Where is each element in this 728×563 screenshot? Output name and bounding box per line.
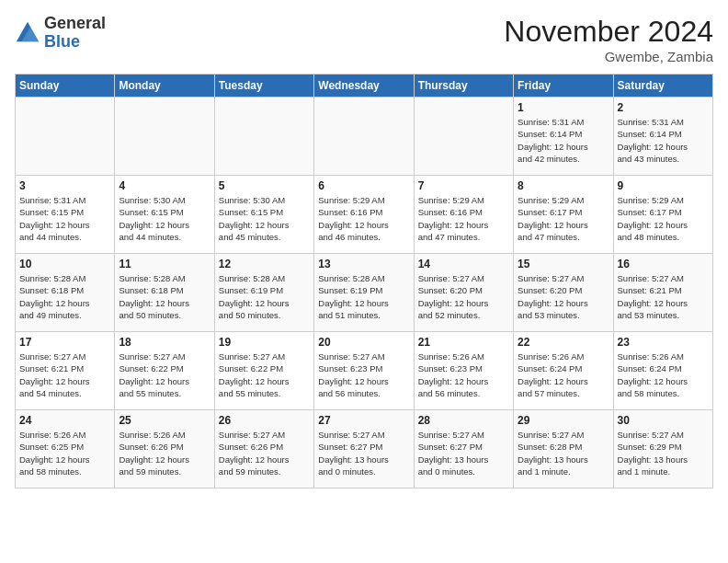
day-info: Sunrise: 5:31 AMSunset: 6:14 PMDaylight:… [518,116,609,165]
calendar-cell: 8Sunrise: 5:29 AMSunset: 6:17 PMDaylight… [514,176,613,254]
day-number: 18 [119,336,210,349]
day-info: Sunrise: 5:29 AMSunset: 6:17 PMDaylight:… [618,194,709,243]
day-number: 25 [119,414,210,427]
day-info: Sunrise: 5:27 AMSunset: 6:29 PMDaylight:… [618,429,709,477]
calendar-header: SundayMondayTuesdayWednesdayThursdayFrid… [16,75,713,98]
day-number: 3 [19,179,110,192]
day-info: Sunrise: 5:27 AMSunset: 6:21 PMDaylight:… [19,350,110,399]
calendar-cell: 15Sunrise: 5:27 AMSunset: 6:20 PMDayligh… [514,254,613,332]
calendar-cell [314,98,414,176]
calendar-cell: 12Sunrise: 5:28 AMSunset: 6:19 PMDayligh… [214,254,313,332]
calendar-week-5: 24Sunrise: 5:26 AMSunset: 6:25 PMDayligh… [16,410,713,488]
calendar-cell: 13Sunrise: 5:28 AMSunset: 6:19 PMDayligh… [314,254,414,332]
calendar-cell [16,98,115,176]
calendar-title: November 2024 [504,15,713,49]
calendar-cell: 23Sunrise: 5:26 AMSunset: 6:24 PMDayligh… [613,332,712,410]
day-number: 5 [219,179,310,192]
calendar-cell: 2Sunrise: 5:31 AMSunset: 6:14 PMDaylight… [613,98,712,176]
day-info: Sunrise: 5:28 AMSunset: 6:19 PMDaylight:… [318,272,409,321]
calendar-cell: 26Sunrise: 5:27 AMSunset: 6:26 PMDayligh… [214,410,313,488]
calendar-week-2: 3Sunrise: 5:31 AMSunset: 6:15 PMDaylight… [16,176,713,254]
day-number: 11 [119,258,210,270]
day-info: Sunrise: 5:27 AMSunset: 6:22 PMDaylight:… [119,350,210,399]
header-day-wednesday: Wednesday [314,75,414,98]
calendar-cell: 10Sunrise: 5:28 AMSunset: 6:18 PMDayligh… [16,254,115,332]
day-info: Sunrise: 5:27 AMSunset: 6:28 PMDaylight:… [518,429,609,477]
day-info: Sunrise: 5:29 AMSunset: 6:16 PMDaylight:… [418,194,509,243]
day-number: 7 [418,179,509,192]
day-info: Sunrise: 5:27 AMSunset: 6:23 PMDaylight:… [318,350,409,399]
logo-general-text: General [44,15,106,33]
day-number: 15 [518,258,609,270]
day-number: 10 [19,258,110,270]
calendar-cell: 11Sunrise: 5:28 AMSunset: 6:18 PMDayligh… [115,254,214,332]
calendar-cell: 16Sunrise: 5:27 AMSunset: 6:21 PMDayligh… [613,254,712,332]
logo-blue-text: Blue [44,33,106,52]
header-day-saturday: Saturday [613,75,712,98]
logo: General Blue [15,15,106,52]
calendar-cell: 20Sunrise: 5:27 AMSunset: 6:23 PMDayligh… [314,332,414,410]
day-info: Sunrise: 5:27 AMSunset: 6:21 PMDaylight:… [618,272,709,321]
day-info: Sunrise: 5:26 AMSunset: 6:24 PMDaylight:… [518,350,609,399]
header-day-monday: Monday [115,75,214,98]
day-number: 12 [219,258,310,270]
calendar-week-1: 1Sunrise: 5:31 AMSunset: 6:14 PMDaylight… [16,98,713,176]
day-number: 17 [19,336,110,349]
day-number: 28 [418,414,509,427]
day-info: Sunrise: 5:28 AMSunset: 6:18 PMDaylight:… [19,272,110,321]
day-info: Sunrise: 5:26 AMSunset: 6:24 PMDaylight:… [618,350,709,399]
day-number: 9 [618,179,709,192]
day-info: Sunrise: 5:28 AMSunset: 6:18 PMDaylight:… [119,272,210,321]
day-number: 6 [318,179,409,192]
day-number: 23 [618,336,709,349]
day-info: Sunrise: 5:27 AMSunset: 6:20 PMDaylight:… [518,272,609,321]
day-info: Sunrise: 5:30 AMSunset: 6:15 PMDaylight:… [119,194,210,243]
calendar-cell: 19Sunrise: 5:27 AMSunset: 6:22 PMDayligh… [214,332,313,410]
calendar-cell: 6Sunrise: 5:29 AMSunset: 6:16 PMDaylight… [314,176,414,254]
title-block: November 2024 Gwembe, Zambia [504,15,713,64]
calendar-cell: 24Sunrise: 5:26 AMSunset: 6:25 PMDayligh… [16,410,115,488]
day-info: Sunrise: 5:31 AMSunset: 6:14 PMDaylight:… [618,116,709,165]
day-number: 27 [318,414,409,427]
calendar-body: 1Sunrise: 5:31 AMSunset: 6:14 PMDaylight… [16,98,713,488]
calendar-location: Gwembe, Zambia [504,49,713,64]
day-info: Sunrise: 5:27 AMSunset: 6:22 PMDaylight:… [219,350,310,399]
day-number: 26 [219,414,310,427]
calendar-cell: 30Sunrise: 5:27 AMSunset: 6:29 PMDayligh… [613,410,712,488]
day-info: Sunrise: 5:30 AMSunset: 6:15 PMDaylight:… [219,194,310,243]
calendar-cell: 9Sunrise: 5:29 AMSunset: 6:17 PMDaylight… [613,176,712,254]
day-number: 1 [518,101,609,114]
day-info: Sunrise: 5:31 AMSunset: 6:15 PMDaylight:… [19,194,110,243]
calendar-cell: 14Sunrise: 5:27 AMSunset: 6:20 PMDayligh… [414,254,513,332]
logo-icon [15,20,40,46]
day-info: Sunrise: 5:29 AMSunset: 6:17 PMDaylight:… [518,194,609,243]
day-number: 19 [219,336,310,349]
day-number: 4 [119,179,210,192]
calendar-cell: 7Sunrise: 5:29 AMSunset: 6:16 PMDaylight… [414,176,513,254]
calendar-cell: 4Sunrise: 5:30 AMSunset: 6:15 PMDaylight… [115,176,214,254]
calendar-cell: 17Sunrise: 5:27 AMSunset: 6:21 PMDayligh… [16,332,115,410]
header-day-tuesday: Tuesday [214,75,313,98]
calendar-cell: 28Sunrise: 5:27 AMSunset: 6:27 PMDayligh… [414,410,513,488]
calendar-cell: 25Sunrise: 5:26 AMSunset: 6:26 PMDayligh… [115,410,214,488]
calendar-cell [214,98,313,176]
day-info: Sunrise: 5:26 AMSunset: 6:26 PMDaylight:… [119,429,210,477]
day-number: 14 [418,258,509,270]
day-number: 24 [19,414,110,427]
calendar-cell: 5Sunrise: 5:30 AMSunset: 6:15 PMDaylight… [214,176,313,254]
header-day-sunday: Sunday [16,75,115,98]
calendar-table: SundayMondayTuesdayWednesdayThursdayFrid… [15,74,713,488]
header-day-thursday: Thursday [414,75,513,98]
day-number: 8 [518,179,609,192]
day-number: 29 [518,414,609,427]
day-number: 30 [618,414,709,427]
day-info: Sunrise: 5:26 AMSunset: 6:25 PMDaylight:… [19,429,110,477]
calendar-cell: 18Sunrise: 5:27 AMSunset: 6:22 PMDayligh… [115,332,214,410]
calendar-cell: 27Sunrise: 5:27 AMSunset: 6:27 PMDayligh… [314,410,414,488]
day-info: Sunrise: 5:29 AMSunset: 6:16 PMDaylight:… [318,194,409,243]
calendar-cell [115,98,214,176]
header-row: SundayMondayTuesdayWednesdayThursdayFrid… [16,75,713,98]
calendar-cell: 1Sunrise: 5:31 AMSunset: 6:14 PMDaylight… [514,98,613,176]
day-number: 20 [318,336,409,349]
day-number: 21 [418,336,509,349]
